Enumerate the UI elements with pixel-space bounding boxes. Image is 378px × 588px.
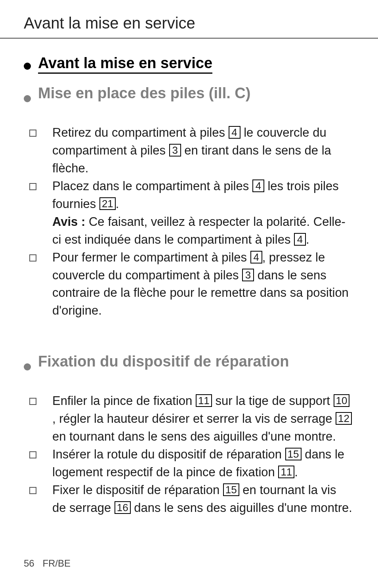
list-item: Pour fermer le compartiment à piles 4, p… — [52, 249, 353, 320]
checkbox-icon — [29, 451, 36, 458]
list-item: Retirez du compartiment à piles 4 le cou… — [52, 124, 353, 178]
reference-box: 16 — [115, 501, 131, 514]
text-fragment: Placez dans le compartiment à piles — [52, 179, 252, 193]
section-heading-row-3: Fixation du dispositif de réparation — [24, 353, 354, 370]
bullet-icon — [24, 63, 31, 70]
text-fragment: . — [116, 197, 119, 211]
bullet-icon — [24, 363, 31, 370]
text-fragment: Enfiler la pince de fixation — [52, 394, 196, 408]
list-item-text: Enfiler la pince de fixation 11 sur la t… — [52, 392, 353, 446]
list-item-text: Placez dans le compartiment à piles 4 le… — [52, 178, 353, 249]
reference-box: 4 — [294, 233, 306, 246]
checkbox-icon — [29, 254, 36, 262]
checkbox-icon — [29, 398, 36, 405]
list-item-text: Fixer le dispositif de réparation 15 en … — [52, 481, 353, 517]
bullet-icon — [24, 95, 31, 102]
text-fragment: en tournant dans le sens des aiguilles d… — [52, 430, 336, 443]
reference-box: 15 — [285, 448, 302, 460]
reference-box: 15 — [223, 483, 239, 496]
list-item: Enfiler la pince de fixation 11 sur la t… — [52, 392, 353, 446]
reference-box: 4 — [252, 179, 264, 192]
reference-box: 10 — [334, 394, 350, 407]
reference-box: 11 — [196, 394, 212, 407]
reference-box: 3 — [242, 269, 254, 281]
page-content: Avant la mise en service Mise en place d… — [0, 39, 378, 517]
checkbox-icon — [29, 487, 36, 494]
section-heading-1: Avant la mise en service — [38, 55, 212, 74]
text-fragment: Retirez du compartiment à piles — [52, 126, 229, 139]
page-header: Avant la mise en service — [0, 0, 378, 34]
section-heading-row-2: Mise en place des piles (ill. C) — [24, 85, 354, 102]
running-title: Avant la mise en service — [24, 14, 354, 32]
list-item-text: Retirez du compartiment à piles 4 le cou… — [52, 124, 353, 178]
text-fragment: Insérer la rotule du dispositif de répar… — [52, 447, 285, 461]
text-fragment: dans le sens des aiguilles d'une montre. — [131, 501, 352, 515]
text-fragment: , régler la hauteur désirer et serrer la… — [52, 412, 336, 426]
reference-box: 12 — [336, 412, 352, 425]
list-item-text: Insérer la rotule du dispositif de répar… — [52, 446, 353, 481]
reference-box: 11 — [278, 466, 294, 478]
note-label: Avis : — [52, 215, 85, 229]
section-heading-row-1: Avant la mise en service — [24, 55, 354, 74]
language-code: FR/BE — [42, 558, 71, 569]
checkbox-icon — [29, 130, 36, 137]
reference-box: 4 — [250, 251, 262, 263]
section-heading-2: Mise en place des piles (ill. C) — [38, 85, 250, 102]
section2-list: Retirez du compartiment à piles 4 le cou… — [24, 124, 354, 320]
text-fragment: Fixer le dispositif de réparation — [52, 483, 223, 497]
section3-list: Enfiler la pince de fixation 11 sur la t… — [24, 392, 354, 517]
list-item: Fixer le dispositif de réparation 15 en … — [52, 481, 353, 517]
reference-box: 4 — [229, 126, 241, 139]
list-item: Insérer la rotule du dispositif de répar… — [52, 446, 353, 481]
page-number: 56 — [24, 558, 34, 569]
page-footer: 56 FR/BE — [24, 558, 71, 569]
checkbox-icon — [29, 183, 36, 190]
text-fragment: Pour fermer le compartiment à piles — [52, 250, 250, 264]
reference-box: 3 — [169, 144, 181, 157]
list-item-text: Pour fermer le compartiment à piles 4, p… — [52, 249, 353, 320]
text-fragment: . — [306, 233, 309, 246]
reference-box: 21 — [99, 197, 116, 210]
text-fragment: sur la tige de support — [212, 394, 334, 408]
list-item: Placez dans le compartiment à piles 4 le… — [52, 178, 353, 249]
text-fragment: . — [294, 465, 298, 479]
section-heading-3: Fixation du dispositif de réparation — [38, 353, 289, 370]
